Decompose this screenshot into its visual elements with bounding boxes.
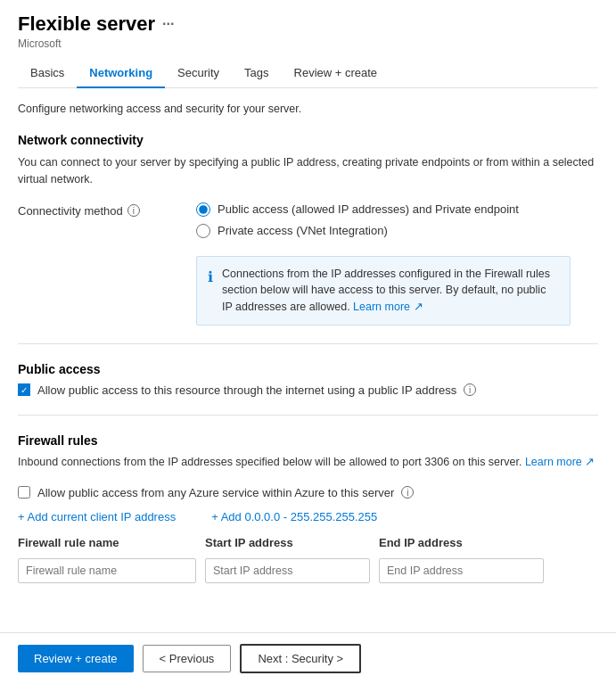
radio-public-input[interactable] [196,202,210,217]
tab-networking[interactable]: Networking [77,59,165,88]
review-create-button[interactable]: Review + create [18,645,134,672]
add-range-link[interactable]: + Add 0.0.0.0 - 255.255.255.255 [211,510,377,523]
page-subtitle: Microsoft [18,37,598,50]
public-access-section: Public access ✓ Allow public access to t… [18,362,598,397]
connectivity-info-icon[interactable]: i [127,204,140,217]
radio-private-access[interactable]: Private access (VNet Integration) [196,224,571,238]
firewall-actions: + Add current client IP address + Add 0.… [18,510,598,523]
public-access-checkbox[interactable]: ✓ [18,383,30,396]
public-access-checkbox-row: ✓ Allow public access to this resource t… [18,383,598,397]
network-connectivity-section: Network connectivity You can connect to … [18,133,598,326]
tab-tags[interactable]: Tags [232,59,281,88]
network-connectivity-desc: You can connect to your server by specif… [18,154,598,188]
learn-more-link[interactable]: Learn more ↗ [353,301,423,313]
connectivity-method-row: Connectivity method i Public access (all… [18,202,598,326]
tab-review-create[interactable]: Review + create [282,59,390,88]
connectivity-method-label: Connectivity method i [18,202,196,218]
firewall-table-row [18,558,598,583]
next-button[interactable]: Next : Security > [240,644,361,673]
firewall-rules-desc: Inbound connections from the IP addresse… [18,455,598,468]
tab-bar: Basics Networking Security Tags Review +… [18,59,598,88]
network-connectivity-title: Network connectivity [18,133,598,147]
info-box-icon: ℹ [208,267,213,288]
page-title: Flexible server ··· [18,12,598,36]
firewall-rule-name-input[interactable] [18,558,196,583]
firewall-table-header: Firewall rule name Start IP address End … [18,536,598,553]
radio-public-access[interactable]: Public access (allowed IP addresses) and… [196,202,571,217]
tab-security[interactable]: Security [165,59,232,88]
public-access-info-icon[interactable]: i [464,383,476,396]
firewall-rules-title: Firewall rules [18,433,598,448]
title-text: Flexible server [18,12,155,36]
radio-private-input[interactable] [196,224,210,238]
start-ip-input[interactable] [205,558,370,583]
ellipsis-menu[interactable]: ··· [162,16,174,32]
page-description: Configure networking access and security… [18,103,598,115]
azure-service-info-icon[interactable]: i [401,486,414,499]
end-ip-input[interactable] [379,558,544,583]
connectivity-info-box: ℹ Connections from the IP addresses conf… [196,256,571,326]
footer: Review + create < Previous Next : Securi… [0,632,616,684]
azure-service-checkbox[interactable] [18,486,30,499]
firewall-learn-more-link[interactable]: Learn more ↗ [525,456,595,468]
connectivity-options: Public access (allowed IP addresses) and… [196,202,571,326]
tab-basics[interactable]: Basics [18,59,77,88]
add-client-ip-link[interactable]: + Add current client IP address [18,510,176,523]
previous-button[interactable]: < Previous [143,645,232,672]
azure-service-checkbox-row: Allow public access from any Azure servi… [18,486,598,499]
firewall-rules-section: Firewall rules Inbound connections from … [18,433,598,583]
public-access-title: Public access [18,362,598,376]
